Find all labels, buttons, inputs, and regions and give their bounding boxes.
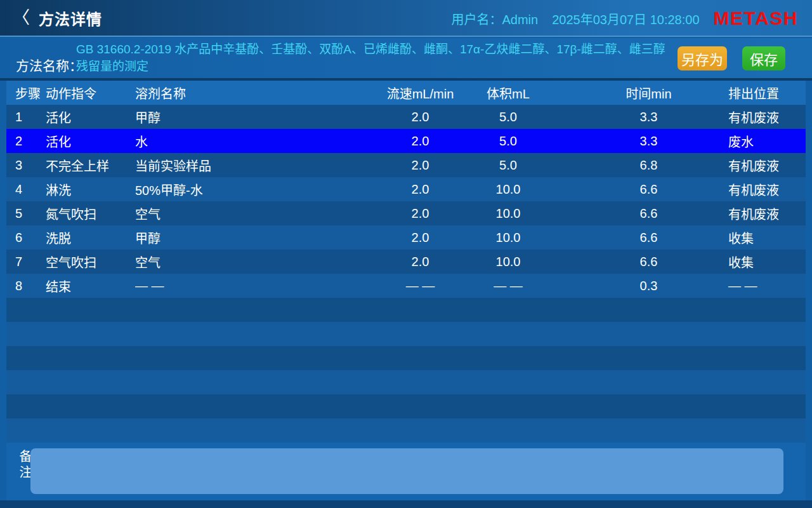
empty-row-stripe <box>6 394 806 418</box>
table-row[interactable]: 1活化甲醇2.05.03.3有机废液 <box>6 105 806 129</box>
table-cell: 8 <box>6 274 46 298</box>
table-cell: 淋洗 <box>46 177 135 201</box>
table-cell: 10.0 <box>464 201 552 225</box>
col-header-outlet: 排出位置 <box>726 81 806 105</box>
table-row[interactable]: 4淋洗50%甲醇-水2.010.06.6有机废液 <box>6 177 806 201</box>
notes-panel: 备注 <box>6 443 806 500</box>
title-bar: 〈 方法详情 用户名：Admin 2025年03月07日 10:28:00 ME… <box>0 0 812 37</box>
table-cell: 有机废液 <box>726 153 806 177</box>
table-cell: — — <box>135 274 376 298</box>
table-cell: 2.0 <box>376 105 464 129</box>
steps-table: 步骤 动作指令 溶剂名称 流速mL/min 体积mL 时间min 排出位置 1活… <box>6 81 806 443</box>
table-cell: 6.6 <box>552 225 726 250</box>
empty-row-stripe <box>6 346 806 370</box>
table-cell: 水 <box>135 129 376 153</box>
table-cell: 2.0 <box>376 201 464 225</box>
col-header-volume: 体积mL <box>464 81 552 105</box>
table-cell: 有机废液 <box>726 201 806 225</box>
table-cell: 6 <box>6 225 46 250</box>
table-cell: 10.0 <box>464 225 552 250</box>
datetime-label: 2025年03月07日 10:28:00 <box>552 10 699 28</box>
col-header-action: 动作指令 <box>46 81 135 105</box>
table-cell: 甲醇 <box>135 105 376 129</box>
table-cell: 3.3 <box>552 105 726 129</box>
table-header: 步骤 动作指令 溶剂名称 流速mL/min 体积mL 时间min 排出位置 <box>6 81 806 105</box>
method-detail-screen: 〈 方法详情 用户名：Admin 2025年03月07日 10:28:00 ME… <box>0 0 812 508</box>
table-cell: 2.0 <box>376 225 464 250</box>
table-cell: 5 <box>6 201 46 225</box>
table-cell: 氮气吹扫 <box>46 201 135 225</box>
table-body: 1活化甲醇2.05.03.3有机废液2活化水2.05.03.3废水3不完全上样当… <box>6 105 806 298</box>
back-icon[interactable]: 〈 <box>13 0 30 36</box>
table-cell: 5.0 <box>464 129 552 153</box>
method-name-value[interactable]: GB 31660.2-2019 水产品中辛基酚、壬基酚、双酚A、已烯雌酚、雌酮、… <box>76 41 676 75</box>
table-cell: 洗脱 <box>46 225 135 250</box>
table-cell: — — <box>376 274 464 298</box>
empty-row-stripe <box>6 370 806 394</box>
table-cell: 6.8 <box>552 153 726 177</box>
notes-textarea[interactable] <box>30 448 783 494</box>
table-cell: 收集 <box>726 225 806 250</box>
table-cell: 空气吹扫 <box>46 250 135 274</box>
empty-row-stripe <box>6 322 806 346</box>
empty-rows-area <box>6 298 806 443</box>
table-cell: 空气 <box>135 201 376 225</box>
col-header-time: 时间min <box>552 81 726 105</box>
save-button[interactable]: 保存 <box>742 46 785 70</box>
table-cell: 1 <box>6 105 46 129</box>
table-cell: 6.6 <box>552 201 726 225</box>
table-cell: 6.6 <box>552 177 726 201</box>
table-cell: 废水 <box>726 129 806 153</box>
table-cell: 有机废液 <box>726 105 806 129</box>
table-cell: 活化 <box>46 105 135 129</box>
method-name-section: 方法名称： GB 31660.2-2019 水产品中辛基酚、壬基酚、双酚A、已烯… <box>0 38 812 78</box>
table-cell: 7 <box>6 250 46 274</box>
table-cell: 2.0 <box>376 153 464 177</box>
table-cell: 当前实验样品 <box>135 153 376 177</box>
method-name-label: 方法名称： <box>16 55 82 74</box>
table-cell: 2.0 <box>376 250 464 274</box>
save-as-button[interactable]: 另存为 <box>678 46 727 70</box>
table-cell: 有机废液 <box>726 177 806 201</box>
username-label: 用户名：Admin <box>451 10 538 28</box>
empty-row-stripe <box>6 298 806 322</box>
table-cell: 结束 <box>46 274 135 298</box>
table-cell: — — <box>726 274 806 298</box>
table-row[interactable]: 5氮气吹扫空气2.010.06.6有机废液 <box>6 201 806 225</box>
table-cell: 空气 <box>135 250 376 274</box>
table-cell: 5.0 <box>464 153 552 177</box>
table-cell: 2.0 <box>376 129 464 153</box>
table-cell: 3 <box>6 153 46 177</box>
empty-row-stripe <box>6 418 806 443</box>
table-cell: 甲醇 <box>135 225 376 250</box>
table-row[interactable]: 6洗脱甲醇2.010.06.6收集 <box>6 225 806 250</box>
table-cell: 5.0 <box>464 105 552 129</box>
page-title: 方法详情 <box>39 7 102 29</box>
table-row[interactable]: 3不完全上样当前实验样品2.05.06.8有机废液 <box>6 153 806 177</box>
col-header-solvent: 溶剂名称 <box>135 81 376 105</box>
table-cell: 6.6 <box>552 250 726 274</box>
table-cell: 3.3 <box>552 129 726 153</box>
table-cell: 10.0 <box>464 177 552 201</box>
col-header-flow: 流速mL/min <box>376 81 464 105</box>
table-cell: — — <box>464 274 552 298</box>
table-row[interactable]: 2活化水2.05.03.3废水 <box>6 129 806 153</box>
table-row[interactable]: 7空气吹扫空气2.010.06.6收集 <box>6 250 806 274</box>
table-cell: 0.3 <box>552 274 726 298</box>
table-cell: 活化 <box>46 129 135 153</box>
table-cell: 4 <box>6 177 46 201</box>
table-cell: 50%甲醇-水 <box>135 177 376 201</box>
title-bar-right: 用户名：Admin 2025年03月07日 10:28:00 METASH <box>451 0 798 37</box>
col-header-step: 步骤 <box>6 81 46 105</box>
bottom-strip <box>0 500 812 508</box>
table-cell: 2.0 <box>376 177 464 201</box>
table-cell: 10.0 <box>464 250 552 274</box>
table-row[interactable]: 8结束— —— —— —0.3— — <box>6 274 806 298</box>
table-cell: 不完全上样 <box>46 153 135 177</box>
metash-logo: METASH <box>714 8 798 29</box>
table-cell: 2 <box>6 129 46 153</box>
table-cell: 收集 <box>726 250 806 274</box>
